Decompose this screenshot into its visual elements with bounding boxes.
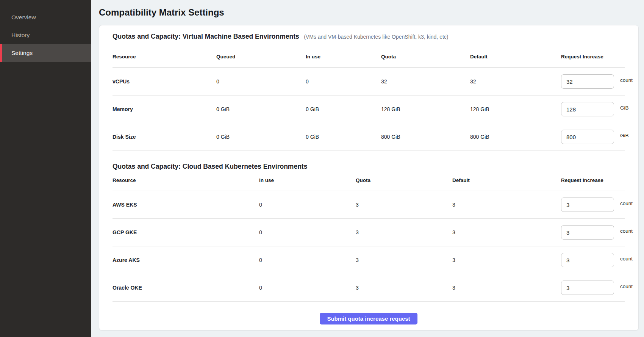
quota-value: 3	[356, 229, 452, 235]
table-row-gcp-gke: GCP GKE 0 3 3 count	[113, 219, 625, 246]
resource-name: Disk Size	[113, 134, 216, 140]
default-value: 3	[452, 257, 561, 263]
sidebar-item-history[interactable]: History	[0, 26, 91, 44]
card-footer: Submit quota increase request	[113, 302, 625, 324]
cloud-table-header: Resource In use Quota Default Request In…	[113, 172, 625, 191]
cloud-section-title: Quotas and Capacity: Cloud Based Kuberne…	[113, 163, 307, 170]
resource-name: vCPUs	[113, 78, 216, 85]
sidebar-item-label: Overview	[11, 14, 36, 21]
vm-section-title: Quotas and Capacity: Virtual Machine Bas…	[113, 33, 299, 40]
unit-label: GiB	[620, 105, 629, 111]
quota-value: 3	[356, 285, 452, 291]
active-indicator	[0, 44, 2, 62]
request-increase-cell: count	[561, 253, 633, 267]
table-row-azure-aks: Azure AKS 0 3 3 count	[113, 246, 625, 274]
column-header-queued: Queued	[216, 53, 306, 60]
table-row-vcpus: vCPUs 0 0 32 32 count	[113, 68, 625, 96]
table-row-oracle-oke: Oracle OKE 0 3 3 count	[113, 274, 625, 302]
request-increase-input-disk-size[interactable]	[561, 130, 614, 144]
request-increase-cell: count	[561, 225, 633, 240]
resource-name: GCP GKE	[113, 229, 259, 235]
column-header-default: Default	[452, 177, 561, 184]
sidebar-item-overview[interactable]: Overview	[0, 8, 91, 26]
resource-name: AWS EKS	[113, 202, 259, 208]
in-use-value: 0	[259, 285, 356, 291]
cloud-section-header: Quotas and Capacity: Cloud Based Kuberne…	[113, 161, 625, 172]
request-increase-cell: GiB	[561, 102, 629, 116]
column-header-resource: Resource	[113, 53, 216, 60]
resource-name: Oracle OKE	[113, 285, 259, 291]
quota-value: 128 GiB	[381, 106, 470, 112]
in-use-value: 0 GiB	[306, 134, 381, 140]
quota-value: 3	[356, 257, 452, 263]
sidebar-item-settings[interactable]: Settings	[0, 44, 91, 62]
column-header-in-use: In use	[306, 53, 381, 60]
quota-value: 800 GiB	[381, 134, 470, 140]
unit-label: count	[620, 284, 633, 289]
request-increase-input-memory[interactable]	[561, 102, 614, 116]
queued-value: 0 GiB	[216, 106, 306, 112]
sidebar: Overview History Settings	[0, 0, 91, 337]
submit-quota-increase-button[interactable]: Submit quota increase request	[320, 313, 417, 324]
in-use-value: 0	[306, 78, 381, 85]
resource-name: Azure AKS	[113, 257, 259, 263]
default-value: 800 GiB	[470, 134, 561, 140]
unit-label: count	[620, 77, 633, 83]
quota-value: 32	[381, 78, 470, 85]
in-use-value: 0	[259, 229, 356, 235]
column-header-in-use: In use	[259, 177, 356, 184]
request-increase-input-azure-aks[interactable]	[561, 253, 614, 267]
vm-section-subtitle: (VMs and VM-based Kubernetes like OpenSh…	[304, 34, 448, 40]
page-title: Compatibility Matrix Settings	[99, 7, 639, 18]
column-header-quota: Quota	[356, 177, 452, 184]
column-header-request-increase: Request Increase	[561, 53, 625, 60]
column-header-resource: Resource	[113, 177, 259, 184]
default-value: 32	[470, 78, 561, 85]
column-header-default: Default	[470, 53, 561, 60]
settings-card: Quotas and Capacity: Virtual Machine Bas…	[99, 25, 639, 331]
unit-label: count	[620, 228, 633, 234]
default-value: 3	[452, 202, 561, 208]
unit-label: count	[620, 201, 633, 206]
table-row-memory: Memory 0 GiB 0 GiB 128 GiB 128 GiB GiB	[113, 96, 625, 123]
request-increase-input-aws-eks[interactable]	[561, 197, 614, 212]
request-increase-cell: GiB	[561, 130, 629, 144]
sidebar-item-label: History	[11, 32, 30, 39]
in-use-value: 0	[259, 202, 356, 208]
request-increase-input-vcpus[interactable]	[561, 74, 614, 89]
column-header-request-increase: Request Increase	[561, 177, 625, 184]
default-value: 3	[452, 285, 561, 291]
main-content: Compatibility Matrix Settings Quotas and…	[91, 0, 644, 331]
default-value: 128 GiB	[470, 106, 561, 112]
request-increase-cell: count	[561, 197, 633, 212]
resource-name: Memory	[113, 106, 216, 112]
vm-section-header: Quotas and Capacity: Virtual Machine Bas…	[113, 31, 625, 42]
request-increase-input-oracle-oke[interactable]	[561, 281, 614, 295]
default-value: 3	[452, 229, 561, 235]
request-increase-cell: count	[561, 74, 633, 89]
table-row-aws-eks: AWS EKS 0 3 3 count	[113, 191, 625, 219]
sidebar-item-label: Settings	[11, 50, 33, 56]
request-increase-cell: count	[561, 281, 633, 295]
quota-value: 3	[356, 202, 452, 208]
request-increase-input-gcp-gke[interactable]	[561, 225, 614, 240]
in-use-value: 0 GiB	[306, 106, 381, 112]
column-header-quota: Quota	[381, 53, 470, 60]
queued-value: 0	[216, 78, 306, 85]
table-row-disk-size: Disk Size 0 GiB 0 GiB 800 GiB 800 GiB Gi…	[113, 123, 625, 151]
queued-value: 0 GiB	[216, 134, 306, 140]
unit-label: GiB	[620, 133, 629, 138]
unit-label: count	[620, 256, 633, 262]
vm-table-header: Resource Queued In use Quota Default Req…	[113, 42, 625, 68]
in-use-value: 0	[259, 257, 356, 263]
